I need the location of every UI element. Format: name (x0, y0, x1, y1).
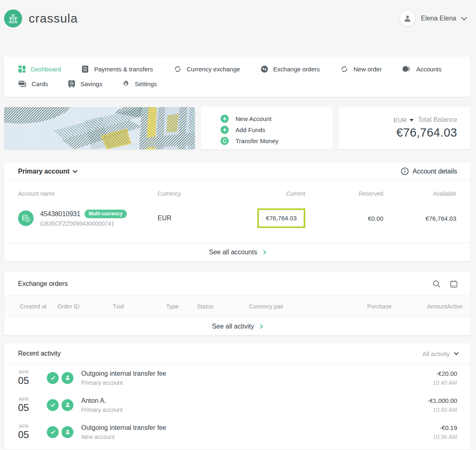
banknote-banner-image (4, 107, 195, 149)
activity-date: APR 05 (18, 397, 47, 413)
nav-item-dashboard[interactable]: Dashboard (18, 65, 61, 73)
total-balance-label: Total Balance (418, 116, 457, 123)
user-menu[interactable]: Elena Elena (400, 11, 466, 26)
person-icon (62, 372, 73, 384)
reserved-balance: €0.00 (305, 215, 383, 222)
nav-item-new-order[interactable]: New order (340, 65, 382, 73)
activity-date: APR 05 (18, 370, 47, 386)
summary-row: New Account Add Funds Transfer Money (4, 107, 470, 149)
add-funds-button[interactable]: Add Funds (220, 125, 333, 135)
nav-item-exchange-orders[interactable]: Exchange orders (261, 65, 320, 73)
activity-date: APR 05 (18, 424, 47, 440)
dashboard-grid-icon (18, 65, 26, 73)
activity-month: APR (19, 397, 47, 402)
person-icon (62, 426, 73, 438)
search-icon[interactable] (433, 280, 441, 288)
column-header-reserved: Reserved (305, 190, 383, 206)
exchange-orders-title: Exchange orders (18, 280, 68, 288)
exchange-orders-column-headers: Created at Order ID Txid Type Status Cur… (4, 295, 470, 318)
recent-activity-card: Recent activity All activity APR 05 Outg… (4, 343, 470, 450)
activity-time: 10:40 AM (433, 379, 457, 386)
action-label: Transfer Money (236, 137, 278, 144)
calendar-icon[interactable] (450, 280, 458, 288)
chevron-right-icon (261, 250, 266, 254)
account-currency: EUR (158, 215, 219, 222)
see-all-accounts-label: See all accounts (209, 249, 257, 256)
activity-subtitle: Primary account (81, 407, 428, 413)
quick-actions-card: New Account Add Funds Transfer Money (201, 107, 333, 149)
activity-subtitle: Primary account (81, 379, 433, 386)
accounts-circles-icon (402, 65, 411, 73)
available-balance: €76,764.03 (383, 215, 456, 222)
nav-item-savings[interactable]: Savings (68, 80, 102, 88)
current-balance-highlight: €76,764.03 (257, 208, 305, 228)
user-avatar-icon (400, 11, 415, 26)
top-header: crassula Elena Elena (0, 0, 476, 31)
account-details-button[interactable]: Account details (401, 167, 457, 175)
nav-row-1: Dashboard Payments & transfers (18, 62, 456, 76)
activity-row[interactable]: APR 05 Outgoing internal transfer fee Pr… (4, 364, 470, 391)
column-order-id: Order ID (57, 303, 113, 310)
triangle-down-icon (410, 119, 414, 121)
nav-row-2: Cards Savings (18, 76, 456, 91)
nav-label: Payments & transfers (94, 66, 153, 73)
activity-day: 05 (18, 376, 47, 386)
activity-filter-dropdown[interactable]: All activity (422, 350, 458, 357)
chevron-right-icon (258, 324, 263, 329)
multi-currency-badge: Multi-currency (85, 210, 127, 218)
nav-item-payments-transfers[interactable]: Payments & transfers (81, 65, 153, 73)
refresh-arrows-icon (340, 65, 348, 73)
account-iban: GB35CFZZ00994300000741 (40, 220, 127, 227)
chevron-down-icon (461, 15, 467, 21)
transfer-circle-icon (220, 137, 229, 145)
column-amount: Amount (391, 303, 447, 310)
column-type: Type (166, 303, 197, 310)
activity-title: Outgoing internal transfer fee (81, 424, 433, 432)
activity-row[interactable]: APR 05 Anton A. Primary account -€1,000.… (4, 391, 470, 418)
brand-logo[interactable]: crassula (4, 9, 78, 27)
activity-amount: -€0.19 (433, 424, 457, 431)
person-icon (62, 399, 73, 411)
gear-icon (122, 80, 130, 88)
account-number: 45438010931 (40, 210, 80, 218)
nav-label: Dashboard (31, 66, 61, 73)
see-all-activity-link[interactable]: See all activity (4, 318, 470, 335)
exchange-orders-card: Exchange orders Created at Order ID Txid… (4, 272, 470, 335)
column-purchase: Purchase (326, 303, 391, 310)
chevron-down-icon (73, 168, 78, 173)
status-check-icon (47, 426, 59, 438)
activity-month: APR (19, 424, 47, 429)
payments-list-icon (81, 65, 89, 73)
column-action: Action (447, 303, 463, 310)
nav-label: Exchange orders (273, 66, 320, 73)
new-account-button[interactable]: New Account (220, 114, 333, 124)
account-selector[interactable]: Primary account (18, 168, 77, 175)
column-status: Status (197, 303, 249, 310)
column-txid: Txid (113, 303, 166, 310)
status-check-icon (47, 372, 59, 384)
transfer-money-button[interactable]: Transfer Money (220, 136, 333, 146)
recent-activity-title: Recent activity (18, 350, 61, 357)
nav-item-accounts[interactable]: Accounts (402, 65, 442, 73)
currency-selector[interactable]: EUR (394, 116, 414, 123)
activity-amount: -€20.00 (433, 370, 457, 377)
crassula-logo-icon (4, 9, 22, 27)
activity-subtitle: New account (81, 434, 433, 440)
column-header-current: Current (219, 190, 305, 206)
nav-label: New order (353, 66, 382, 73)
nav-item-currency-exchange[interactable]: Currency exchange (174, 65, 240, 73)
see-all-accounts-link[interactable]: See all accounts (4, 243, 470, 261)
nav-item-settings[interactable]: Settings (122, 80, 157, 88)
nav-label: Currency exchange (187, 66, 240, 73)
account-details-label: Account details (412, 168, 457, 175)
plus-circle-icon (220, 114, 229, 123)
column-currency-pair: Currency pair (249, 303, 326, 310)
currency-code: EUR (394, 116, 407, 123)
safe-icon (68, 80, 76, 88)
activity-day: 05 (18, 430, 47, 440)
account-row[interactable]: 45438010931 Multi-currency GB35CFZZ00994… (18, 208, 456, 228)
activity-row[interactable]: APR 05 Outgoing internal transfer fee Ne… (4, 418, 470, 445)
chevron-down-icon (454, 350, 458, 355)
nav-item-cards[interactable]: Cards (18, 80, 48, 87)
see-all-activity-label: See all activity (212, 323, 254, 330)
